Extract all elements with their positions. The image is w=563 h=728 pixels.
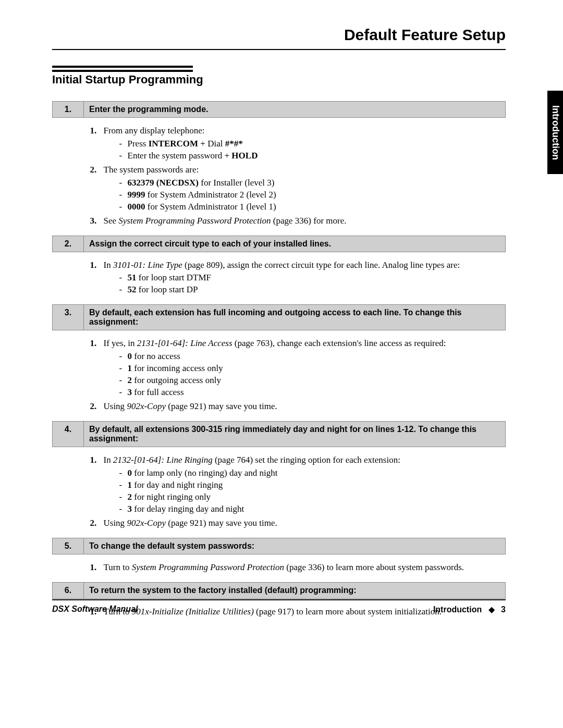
- step-item: The system passwords are:632379 (NECDSX)…: [90, 164, 499, 213]
- step-header-row: 5.To change the default system passwords…: [53, 538, 506, 554]
- footer-left: DSX Software Manual: [52, 604, 138, 614]
- step-body: In 3101-01: Line Type (page 809), assign…: [84, 252, 506, 305]
- step-body-row: If yes, in 2131-[01-64]: Line Access (pa…: [53, 330, 506, 422]
- step-item: See System Programming Password Protecti…: [90, 215, 499, 227]
- step-item-lead: The system passwords are:: [104, 165, 199, 175]
- step-body-row: In 2132-[01-64]: Line Ringing (page 764)…: [53, 447, 506, 538]
- step-title: To change the default system passwords:: [84, 538, 506, 554]
- footer-right: Introduction ◆ 3: [433, 604, 506, 614]
- sub-item: 2 for night ringing only: [104, 491, 499, 503]
- step-number: 2.: [53, 236, 84, 252]
- step-body-spacer: [53, 554, 84, 582]
- step-number: 6.: [53, 582, 84, 598]
- heading-bars: [52, 66, 193, 72]
- sub-item: 0 for lamp only (no ringing) day and nig…: [104, 467, 499, 479]
- sub-list: 51 for loop start DTMF52 for loop start …: [104, 272, 499, 296]
- sub-item: 0000 for System Administrator 1 (level 1…: [104, 201, 499, 213]
- step-title: By default, all extensions 300-315 ring …: [84, 421, 506, 447]
- sub-item: 51 for loop start DTMF: [104, 272, 499, 284]
- step-body: From any display telephone:Press INTERCO…: [84, 118, 506, 236]
- step-number: 5.: [53, 538, 84, 554]
- step-item-lead: See System Programming Password Protecti…: [104, 216, 347, 226]
- page-title: Default Feature Setup: [52, 26, 506, 50]
- sub-item: 632379 (NECDSX) for Installer (level 3): [104, 177, 499, 189]
- sub-item: Press INTERCOM + Dial #*#*: [104, 138, 499, 150]
- step-item-lead: In 2132-[01-64]: Line Ringing (page 764)…: [104, 455, 400, 465]
- step-item-lead: From any display telephone:: [104, 126, 205, 135]
- sub-item: 1 for incoming access only: [104, 363, 499, 375]
- step-header-row: 6.To return the system to the factory in…: [53, 582, 506, 598]
- step-item-lead: Using 902x-Copy (page 921) may save you …: [104, 518, 277, 528]
- step-body: In 2132-[01-64]: Line Ringing (page 764)…: [84, 447, 506, 538]
- step-header-row: 3.By default, each extension has full in…: [53, 305, 506, 330]
- step-header-row: 4.By default, all extensions 300-315 rin…: [53, 421, 506, 447]
- step-item: In 3101-01: Line Type (page 809), assign…: [90, 260, 499, 297]
- step-header-row: 1.Enter the programming mode.: [53, 102, 506, 118]
- step-body-row: In 3101-01: Line Type (page 809), assign…: [53, 252, 506, 305]
- sub-list: 0 for lamp only (no ringing) day and nig…: [104, 467, 499, 515]
- footer-section-label: Introduction: [433, 605, 482, 614]
- sub-item: Enter the system password + HOLD: [104, 150, 499, 162]
- footer-page-number: 3: [501, 605, 506, 614]
- footer: DSX Software Manual Introduction ◆ 3: [52, 599, 506, 614]
- step-title: To return the system to the factory inst…: [84, 582, 506, 598]
- step-item: Using 902x-Copy (page 921) may save you …: [90, 401, 499, 413]
- step-number: 3.: [53, 305, 84, 330]
- step-item-lead: Using 902x-Copy (page 921) may save you …: [104, 401, 277, 411]
- sub-list: Press INTERCOM + Dial #*#*Enter the syst…: [104, 138, 499, 162]
- step-item: From any display telephone:Press INTERCO…: [90, 125, 499, 162]
- step-body-spacer: [53, 447, 84, 538]
- sub-item: 1 for day and night ringing: [104, 479, 499, 491]
- page-content: Default Feature Setup Initial Startup Pr…: [52, 26, 506, 626]
- step-number: 4.: [53, 421, 84, 447]
- sub-item: 2 for outgoing access only: [104, 375, 499, 387]
- step-item-lead: If yes, in 2131-[01-64]: Line Access (pa…: [104, 338, 446, 348]
- step-title: Enter the programming mode.: [84, 102, 506, 118]
- step-title: Assign the correct circuit type to each …: [84, 236, 506, 252]
- step-body: If yes, in 2131-[01-64]: Line Access (pa…: [84, 330, 506, 422]
- footer-diamond-icon: ◆: [488, 605, 495, 614]
- sub-item: 9999 for System Administrator 2 (level 2…: [104, 189, 499, 201]
- sub-item: 3 for full access: [104, 387, 499, 399]
- step-body-row: From any display telephone:Press INTERCO…: [53, 118, 506, 236]
- step-body-spacer: [53, 118, 84, 236]
- section-heading: Initial Startup Programming: [52, 73, 506, 87]
- step-title: By default, each extension has full inco…: [84, 305, 506, 330]
- step-item: If yes, in 2131-[01-64]: Line Access (pa…: [90, 338, 499, 399]
- step-body: Turn to System Programming Password Prot…: [84, 554, 506, 582]
- step-item: Using 902x-Copy (page 921) may save you …: [90, 517, 499, 529]
- step-body-row: Turn to System Programming Password Prot…: [53, 554, 506, 582]
- step-number: 1.: [53, 102, 84, 118]
- step-item-lead: In 3101-01: Line Type (page 809), assign…: [104, 260, 460, 270]
- sub-list: 0 for no access1 for incoming access onl…: [104, 351, 499, 399]
- step-item: Turn to System Programming Password Prot…: [90, 562, 499, 574]
- side-tab: Introduction: [547, 91, 563, 174]
- step-header-row: 2.Assign the correct circuit type to eac…: [53, 236, 506, 252]
- step-body-spacer: [53, 330, 84, 422]
- sub-item: 3 for delay ringing day and night: [104, 503, 499, 515]
- step-body-spacer: [53, 252, 84, 305]
- sub-list: 632379 (NECDSX) for Installer (level 3)9…: [104, 177, 499, 213]
- section-heading-wrap: Initial Startup Programming: [52, 66, 506, 87]
- step-item-lead: Turn to System Programming Password Prot…: [104, 562, 464, 572]
- step-item: In 2132-[01-64]: Line Ringing (page 764)…: [90, 454, 499, 515]
- sub-item: 52 for loop start DP: [104, 284, 499, 296]
- steps-table: 1.Enter the programming mode.From any di…: [52, 101, 506, 626]
- sub-item: 0 for no access: [104, 351, 499, 363]
